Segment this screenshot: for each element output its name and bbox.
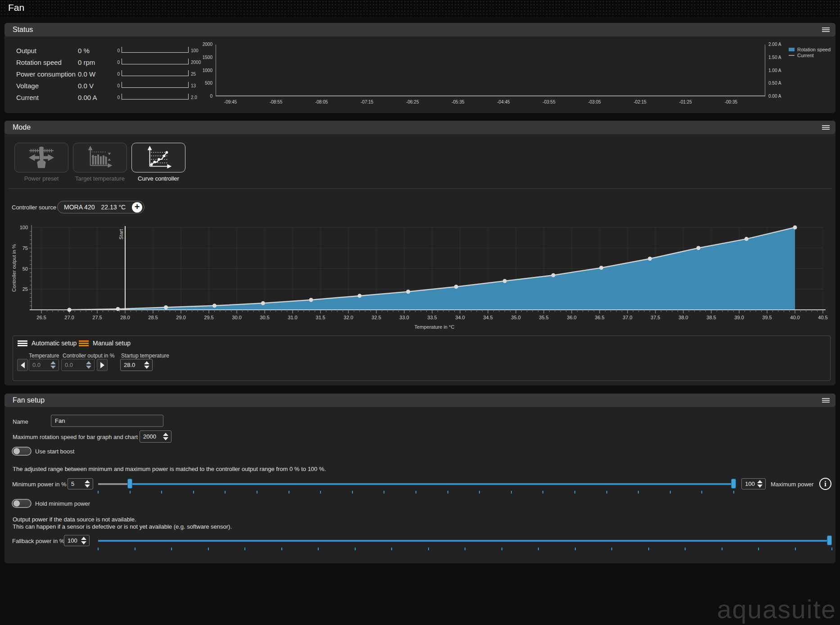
next-point-button[interactable] [97, 359, 108, 371]
mode-button-power-preset[interactable] [14, 143, 68, 172]
svg-text:50: 50 [23, 266, 28, 272]
fallback-power-slider-thumb[interactable] [827, 535, 832, 545]
hold-minimum-power-toggle[interactable] [12, 499, 32, 508]
min-power-slider-thumb[interactable] [127, 479, 132, 489]
startup-temperature-spinner[interactable]: 28.0 [120, 359, 153, 371]
power-preset-icon [27, 146, 55, 169]
legend-current-label: Current [797, 53, 814, 58]
svg-text:75: 75 [23, 245, 28, 251]
fallback-power-track[interactable] [98, 540, 832, 542]
hold-minimum-power-label: Hold minimum power [35, 500, 90, 507]
fallback-power-spinner[interactable]: 100 [64, 535, 90, 546]
bar-min-label: 0 [113, 48, 120, 53]
svg-text:33.5: 33.5 [427, 315, 437, 320]
svg-text:35.0: 35.0 [511, 315, 520, 320]
previous-point-button[interactable] [17, 359, 28, 371]
automatic-setup-icon [18, 340, 27, 347]
curve-setup-box: Automatic setup Manual setup Temperature… [13, 335, 831, 381]
use-start-boost-toggle[interactable] [12, 447, 32, 456]
svg-text:26.5: 26.5 [36, 315, 46, 320]
status-bar [122, 94, 189, 100]
status-chart-legend: Rotation speed Current [789, 47, 831, 59]
svg-text:100: 100 [20, 225, 28, 230]
status-label: Output [16, 47, 78, 54]
status-chart-x-axis [216, 95, 765, 96]
max-rotation-label: Maximum rotation speed for bar graph and… [13, 434, 138, 440]
mode-button-target-temperature[interactable] [73, 143, 127, 172]
spinner-arrows-icon[interactable] [163, 433, 171, 440]
add-source-icon[interactable]: + [132, 202, 142, 213]
controller-source-label: Controller source [12, 204, 56, 211]
legend-rotation-speed-label: Rotation speed [797, 47, 831, 52]
min-power-track-low[interactable] [98, 483, 130, 485]
info-icon[interactable]: i [819, 478, 831, 490]
mode-button-curve-controller[interactable] [131, 143, 185, 172]
bar-min-label: 0 [113, 95, 120, 100]
manual-setup-button[interactable]: Manual setup [79, 339, 131, 347]
status-row: Output 0 % 0 100 [16, 45, 214, 56]
fan-setup-panel-menu-icon[interactable] [822, 397, 830, 403]
fan-setup-panel-title: Fan setup [13, 396, 45, 404]
svg-text:39.5: 39.5 [762, 315, 772, 320]
manual-setup-icon [79, 340, 89, 347]
fan-name-input[interactable] [51, 415, 163, 427]
svg-text:28.0: 28.0 [120, 315, 130, 320]
spinner-arrows-icon[interactable] [144, 361, 152, 369]
controller-source-selector[interactable]: MORA 420 22.13 °C + [57, 201, 145, 213]
svg-text:35.5: 35.5 [539, 315, 548, 320]
fallback-note-line2: This can happen if a sensor is defective… [13, 523, 553, 530]
svg-text:40.5: 40.5 [818, 315, 827, 320]
svg-text:32.5: 32.5 [371, 315, 381, 320]
controller-output-spinner[interactable]: 0.0 [61, 359, 95, 371]
min-power-track[interactable] [130, 483, 733, 485]
bar-min-label: 0 [113, 72, 120, 77]
max-power-spinner[interactable]: 100 [741, 478, 766, 489]
spinner-arrows-icon[interactable] [85, 480, 93, 488]
toggle-knob [14, 500, 20, 507]
spinner-arrows-icon[interactable] [81, 537, 89, 544]
svg-text:27.5: 27.5 [92, 315, 102, 320]
fallback-power-slider-ticks [98, 548, 832, 551]
left-arrow-icon [21, 362, 25, 368]
name-label: Name [13, 418, 28, 425]
fan-setup-panel-header: Fan setup [5, 394, 835, 407]
svg-text:32.0: 32.0 [343, 315, 353, 320]
max-power-slider-thumb[interactable] [731, 479, 736, 489]
aquasuite-fan-page: Fan Status Output 0 % 0 100 Rotation spe… [0, 0, 840, 625]
status-row: Power consumption 0.0 W 0 25 [16, 68, 214, 80]
status-panel: Status Output 0 % 0 100 Rotation speed 0… [5, 23, 835, 113]
svg-text:40.0: 40.0 [790, 315, 799, 320]
status-chart-left-axis-ticks: 2000 1500 1000 500 0 [192, 42, 212, 99]
svg-text:39.0: 39.0 [734, 315, 744, 320]
temperature-spinner[interactable]: 0.0 [29, 359, 59, 371]
mode-divider [8, 188, 832, 189]
bar-min-label: 0 [113, 83, 120, 88]
svg-text:29.5: 29.5 [204, 315, 213, 320]
status-bar [122, 70, 189, 76]
status-row: Voltage 0.0 V 0 13 [16, 80, 214, 91]
svg-text:28.5: 28.5 [148, 315, 158, 320]
legend-current-swatch [789, 55, 795, 56]
svg-text:34.5: 34.5 [483, 315, 492, 320]
spinner-arrows-icon[interactable] [86, 361, 94, 369]
mode-panel-menu-icon[interactable] [822, 124, 830, 131]
min-power-spinner[interactable]: 5 [68, 478, 93, 489]
svg-text:Start: Start [118, 229, 124, 240]
status-label: Rotation speed [16, 59, 78, 66]
bar-min-label: 0 [113, 60, 120, 65]
spinner-arrows-icon[interactable] [50, 361, 59, 369]
startup-field-label: Startup temperature [121, 353, 169, 359]
spinner-arrows-icon[interactable] [757, 480, 765, 488]
status-value: 0 % [78, 47, 113, 54]
status-panel-menu-icon[interactable] [822, 27, 830, 33]
max-rotation-spinner[interactable]: 2000 [140, 430, 172, 443]
svg-text:27.0: 27.0 [64, 315, 74, 320]
svg-text:36.0: 36.0 [567, 315, 576, 320]
right-arrow-icon [100, 362, 104, 368]
automatic-setup-button[interactable]: Automatic setup [18, 339, 77, 347]
status-label: Current [16, 94, 78, 101]
min-power-slider-ticks [98, 491, 734, 494]
svg-text:30.0: 30.0 [232, 315, 241, 320]
fan-curve-chart[interactable]: 25507510026.527.027.528.028.529.029.530.… [9, 221, 833, 333]
target-temperature-icon [86, 146, 114, 169]
